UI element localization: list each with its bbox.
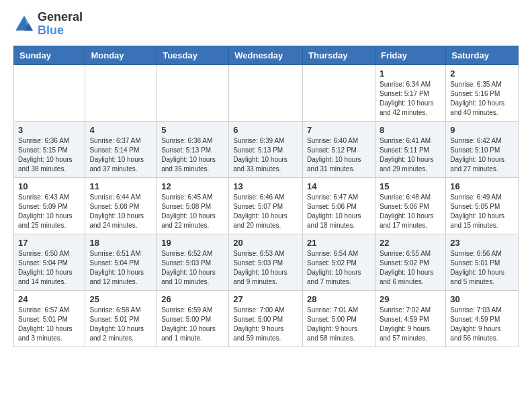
day-number: 1 bbox=[380, 68, 441, 79]
logo-text: General Blue bbox=[38, 11, 83, 38]
day-info: Sunrise: 6:58 AM Sunset: 5:01 PM Dayligh… bbox=[89, 306, 152, 343]
calendar-cell: 9Sunrise: 6:42 AM Sunset: 5:10 PM Daylig… bbox=[446, 121, 519, 177]
day-info: Sunrise: 6:50 AM Sunset: 5:04 PM Dayligh… bbox=[18, 249, 81, 287]
calendar-cell bbox=[85, 64, 157, 121]
calendar-cell: 30Sunrise: 7:03 AM Sunset: 4:59 PM Dayli… bbox=[446, 290, 519, 347]
day-info: Sunrise: 6:46 AM Sunset: 5:07 PM Dayligh… bbox=[233, 193, 298, 230]
day-number: 30 bbox=[450, 294, 514, 304]
calendar-cell: 1Sunrise: 6:34 AM Sunset: 5:17 PM Daylig… bbox=[375, 64, 445, 121]
calendar-cell: 13Sunrise: 6:46 AM Sunset: 5:07 PM Dayli… bbox=[229, 177, 303, 234]
day-number: 4 bbox=[89, 125, 152, 135]
day-info: Sunrise: 6:48 AM Sunset: 5:06 PM Dayligh… bbox=[380, 193, 441, 230]
day-number: 2 bbox=[450, 68, 514, 79]
day-info: Sunrise: 6:34 AM Sunset: 5:17 PM Dayligh… bbox=[380, 80, 441, 118]
day-number: 18 bbox=[89, 238, 152, 248]
calendar-cell: 20Sunrise: 6:53 AM Sunset: 5:03 PM Dayli… bbox=[229, 234, 303, 290]
day-number: 26 bbox=[161, 294, 224, 304]
calendar-cell: 8Sunrise: 6:41 AM Sunset: 5:11 PM Daylig… bbox=[375, 121, 445, 177]
header: General Blue bbox=[13, 11, 519, 38]
calendar-cell: 15Sunrise: 6:48 AM Sunset: 5:06 PM Dayli… bbox=[375, 177, 445, 234]
day-number: 29 bbox=[380, 294, 441, 304]
weekday-header: Sunday bbox=[14, 46, 85, 64]
calendar-cell: 12Sunrise: 6:45 AM Sunset: 5:08 PM Dayli… bbox=[157, 177, 229, 234]
day-info: Sunrise: 6:40 AM Sunset: 5:12 PM Dayligh… bbox=[307, 136, 371, 174]
day-info: Sunrise: 6:57 AM Sunset: 5:01 PM Dayligh… bbox=[18, 306, 81, 343]
day-info: Sunrise: 6:56 AM Sunset: 5:01 PM Dayligh… bbox=[450, 249, 514, 287]
weekday-header: Saturday bbox=[446, 46, 519, 64]
calendar-row: 24Sunrise: 6:57 AM Sunset: 5:01 PM Dayli… bbox=[14, 290, 519, 347]
day-info: Sunrise: 6:41 AM Sunset: 5:11 PM Dayligh… bbox=[380, 136, 441, 174]
calendar-cell: 29Sunrise: 7:02 AM Sunset: 4:59 PM Dayli… bbox=[375, 290, 445, 347]
day-info: Sunrise: 6:47 AM Sunset: 5:06 PM Dayligh… bbox=[307, 193, 371, 230]
day-number: 7 bbox=[307, 125, 371, 135]
day-number: 11 bbox=[89, 181, 152, 191]
calendar-table: SundayMondayTuesdayWednesdayThursdayFrid… bbox=[13, 46, 519, 347]
day-number: 24 bbox=[18, 294, 81, 304]
day-number: 19 bbox=[161, 238, 224, 248]
calendar-header-row: SundayMondayTuesdayWednesdayThursdayFrid… bbox=[14, 46, 519, 64]
calendar-cell: 26Sunrise: 6:59 AM Sunset: 5:00 PM Dayli… bbox=[157, 290, 229, 347]
calendar-row: 1Sunrise: 6:34 AM Sunset: 5:17 PM Daylig… bbox=[14, 64, 519, 121]
day-info: Sunrise: 6:52 AM Sunset: 5:03 PM Dayligh… bbox=[161, 249, 224, 287]
calendar-row: 10Sunrise: 6:43 AM Sunset: 5:09 PM Dayli… bbox=[14, 177, 519, 234]
day-info: Sunrise: 6:38 AM Sunset: 5:13 PM Dayligh… bbox=[161, 136, 224, 174]
calendar-cell: 4Sunrise: 6:37 AM Sunset: 5:14 PM Daylig… bbox=[85, 121, 157, 177]
day-info: Sunrise: 6:51 AM Sunset: 5:04 PM Dayligh… bbox=[89, 249, 152, 287]
calendar-cell: 17Sunrise: 6:50 AM Sunset: 5:04 PM Dayli… bbox=[14, 234, 85, 290]
day-info: Sunrise: 6:45 AM Sunset: 5:08 PM Dayligh… bbox=[161, 193, 224, 230]
day-info: Sunrise: 6:59 AM Sunset: 5:00 PM Dayligh… bbox=[161, 306, 224, 343]
day-number: 5 bbox=[161, 125, 224, 135]
day-number: 27 bbox=[233, 294, 298, 304]
calendar-cell: 27Sunrise: 7:00 AM Sunset: 5:00 PM Dayli… bbox=[229, 290, 303, 347]
calendar-cell: 5Sunrise: 6:38 AM Sunset: 5:13 PM Daylig… bbox=[157, 121, 229, 177]
calendar-row: 3Sunrise: 6:36 AM Sunset: 5:15 PM Daylig… bbox=[14, 121, 519, 177]
day-number: 23 bbox=[450, 238, 514, 248]
day-info: Sunrise: 6:39 AM Sunset: 5:13 PM Dayligh… bbox=[233, 136, 298, 174]
calendar-cell: 19Sunrise: 6:52 AM Sunset: 5:03 PM Dayli… bbox=[157, 234, 229, 290]
day-info: Sunrise: 7:03 AM Sunset: 4:59 PM Dayligh… bbox=[450, 306, 514, 343]
calendar-cell: 28Sunrise: 7:01 AM Sunset: 5:00 PM Dayli… bbox=[303, 290, 375, 347]
weekday-header: Wednesday bbox=[229, 46, 303, 64]
calendar-cell: 24Sunrise: 6:57 AM Sunset: 5:01 PM Dayli… bbox=[14, 290, 85, 347]
weekday-header: Tuesday bbox=[157, 46, 229, 64]
day-number: 21 bbox=[307, 238, 371, 248]
day-info: Sunrise: 6:54 AM Sunset: 5:02 PM Dayligh… bbox=[307, 249, 371, 287]
day-number: 9 bbox=[450, 125, 514, 135]
day-number: 15 bbox=[380, 181, 441, 191]
weekday-header: Friday bbox=[375, 46, 445, 64]
day-number: 3 bbox=[18, 125, 81, 135]
calendar-cell: 23Sunrise: 6:56 AM Sunset: 5:01 PM Dayli… bbox=[446, 234, 519, 290]
day-info: Sunrise: 6:42 AM Sunset: 5:10 PM Dayligh… bbox=[450, 136, 514, 174]
weekday-header: Thursday bbox=[303, 46, 375, 64]
day-number: 17 bbox=[18, 238, 81, 248]
weekday-header: Monday bbox=[85, 46, 157, 64]
calendar-cell: 18Sunrise: 6:51 AM Sunset: 5:04 PM Dayli… bbox=[85, 234, 157, 290]
calendar-cell bbox=[157, 64, 229, 121]
calendar-cell: 25Sunrise: 6:58 AM Sunset: 5:01 PM Dayli… bbox=[85, 290, 157, 347]
day-info: Sunrise: 6:55 AM Sunset: 5:02 PM Dayligh… bbox=[380, 249, 441, 287]
calendar-cell: 3Sunrise: 6:36 AM Sunset: 5:15 PM Daylig… bbox=[14, 121, 85, 177]
day-number: 20 bbox=[233, 238, 298, 248]
calendar-cell: 11Sunrise: 6:44 AM Sunset: 5:08 PM Dayli… bbox=[85, 177, 157, 234]
day-info: Sunrise: 6:36 AM Sunset: 5:15 PM Dayligh… bbox=[18, 136, 81, 174]
calendar-cell: 16Sunrise: 6:49 AM Sunset: 5:05 PM Dayli… bbox=[446, 177, 519, 234]
day-number: 25 bbox=[89, 294, 152, 304]
logo-icon bbox=[13, 13, 35, 35]
day-number: 16 bbox=[450, 181, 514, 191]
calendar-cell bbox=[229, 64, 303, 121]
day-info: Sunrise: 6:53 AM Sunset: 5:03 PM Dayligh… bbox=[233, 249, 298, 287]
calendar-cell: 2Sunrise: 6:35 AM Sunset: 5:16 PM Daylig… bbox=[446, 64, 519, 121]
calendar-cell: 22Sunrise: 6:55 AM Sunset: 5:02 PM Dayli… bbox=[375, 234, 445, 290]
day-info: Sunrise: 6:43 AM Sunset: 5:09 PM Dayligh… bbox=[18, 193, 81, 230]
page: General Blue SundayMondayTuesdayWednesda… bbox=[0, 0, 532, 358]
day-number: 12 bbox=[161, 181, 224, 191]
calendar-cell: 6Sunrise: 6:39 AM Sunset: 5:13 PM Daylig… bbox=[229, 121, 303, 177]
day-number: 22 bbox=[380, 238, 441, 248]
day-info: Sunrise: 6:35 AM Sunset: 5:16 PM Dayligh… bbox=[450, 80, 514, 118]
day-info: Sunrise: 6:44 AM Sunset: 5:08 PM Dayligh… bbox=[89, 193, 152, 230]
day-info: Sunrise: 7:02 AM Sunset: 4:59 PM Dayligh… bbox=[380, 306, 441, 343]
calendar-row: 17Sunrise: 6:50 AM Sunset: 5:04 PM Dayli… bbox=[14, 234, 519, 290]
calendar-cell bbox=[14, 64, 85, 121]
day-number: 14 bbox=[307, 181, 371, 191]
day-info: Sunrise: 6:49 AM Sunset: 5:05 PM Dayligh… bbox=[450, 193, 514, 230]
